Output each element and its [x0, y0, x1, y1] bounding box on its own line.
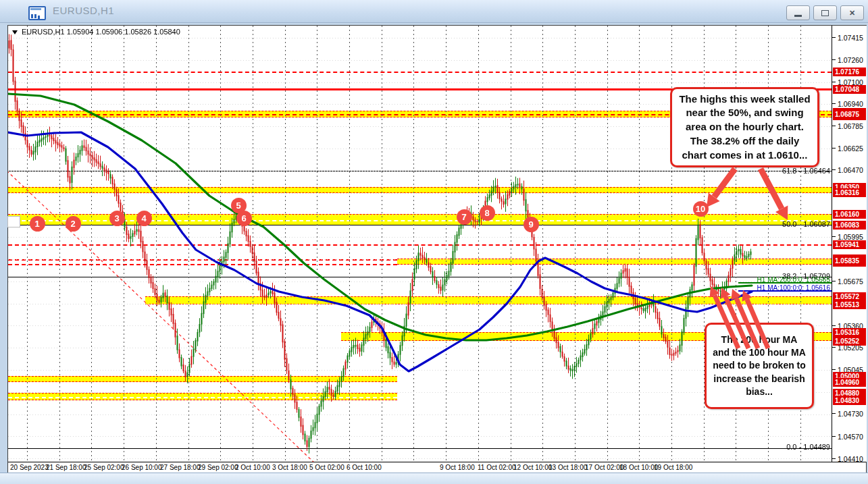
- ma200-value-line: [738, 282, 832, 284]
- symbol-label: EURUSD,H1: [22, 28, 65, 36]
- price-level-badge: 1.05835: [833, 254, 866, 267]
- date-label: 29 Sep 02:00: [198, 464, 238, 471]
- window-controls: ✕: [786, 5, 864, 20]
- marker-circle-6: 6: [236, 211, 252, 226]
- price-level-badge: 1.07048: [833, 85, 866, 94]
- price-level-badge: 1.05513: [833, 300, 866, 309]
- callout-highs-text: The highs this week stalled near the 50%…: [678, 92, 812, 162]
- price-level-badge: 1.06316: [833, 188, 866, 197]
- date-label: 2 Oct 10:00: [235, 464, 270, 471]
- minimize-button[interactable]: [786, 5, 810, 20]
- callout-highs: The highs this week stalled near the 50%…: [670, 87, 819, 167]
- callout-ma: The 200 hour MA and the 100 hour MA need…: [705, 323, 814, 409]
- ma100-value-line: [738, 290, 832, 292]
- window-titlebar: EURUSD,H1 ✕: [0, 0, 868, 23]
- application-window: EURUSD,H1 ✕ EURUSD,H1 1.05904 1.05906 1.…: [0, 0, 868, 484]
- y-axis-tick-label: 1.07260: [838, 56, 863, 64]
- marker-circle-9: 9: [524, 217, 539, 232]
- restore-button[interactable]: [813, 5, 837, 20]
- price-level-badge: 1.06160: [833, 210, 866, 219]
- axis-separator: [832, 26, 832, 462]
- restore-icon: [821, 10, 829, 16]
- price-level-badge: 1.06875: [833, 108, 866, 120]
- date-label: 18 Oct 10:00: [619, 464, 658, 471]
- date-label: 20 Sep 2023: [10, 464, 49, 471]
- minimize-icon: [794, 15, 802, 17]
- date-label: 12 Oct 10:00: [513, 464, 552, 471]
- date-label: 5 Oct 02:00: [309, 464, 344, 471]
- price-level-badge: 1.05252: [833, 337, 866, 346]
- marker-circle-4: 4: [136, 211, 152, 226]
- date-label: 26 Sep 10:00: [122, 464, 162, 471]
- price-axis: 1.074151.072601.071001.069401.067851.066…: [832, 26, 867, 462]
- date-label: 25 Sep 02:00: [84, 464, 124, 471]
- date-label: 9 Oct 18:00: [440, 464, 475, 471]
- y-axis-tick-label: 1.06470: [838, 166, 863, 174]
- date-label: 17 Oct 02:00: [585, 464, 623, 471]
- ohlc-values: 1.05904 1.05906 1.05826 1.05840: [67, 28, 180, 36]
- price-level-badge: 1.05316: [833, 328, 866, 337]
- marker-circle-1: 1: [30, 216, 45, 232]
- y-axis-tick-label: 1.06940: [838, 100, 863, 108]
- marker-circle-10: 10: [693, 201, 709, 217]
- close-icon: ✕: [849, 9, 855, 18]
- date-axis: 20 Sep 202321 Sep 18:0025 Sep 02:0026 Se…: [8, 462, 866, 473]
- date-label: 6 Oct 10:00: [347, 464, 382, 471]
- y-axis-tick-label: 1.07415: [838, 34, 863, 42]
- status-bar: [0, 473, 868, 484]
- y-axis-tick-label: 1.06625: [838, 144, 863, 153]
- y-axis-tick-label: 1.06785: [838, 122, 863, 130]
- callout-ma-text: The 200 hour MA and the 100 hour MA need…: [712, 333, 807, 399]
- marker-circle-2: 2: [66, 216, 81, 232]
- date-label: 13 Oct 18:00: [548, 464, 587, 471]
- price-level-badge: 1.04830: [833, 396, 866, 405]
- chart-window-icon: [28, 6, 46, 20]
- marker-circle-7: 7: [457, 209, 472, 225]
- y-axis-tick-label: 1.05675: [838, 277, 863, 286]
- marker-circle-3: 3: [109, 211, 125, 226]
- close-button[interactable]: ✕: [840, 5, 864, 20]
- chart-header: EURUSD,H1 1.05904 1.05906 1.05826 1.0584…: [12, 28, 180, 36]
- date-label: 11 Oct 02:00: [478, 464, 516, 471]
- marker-circle-8: 8: [480, 205, 495, 221]
- fib-level-label: 50.0 - 1.06087: [782, 220, 830, 228]
- fib-level-label: 61.8 - 1.06464: [782, 167, 830, 175]
- y-axis-tick-label: 1.04570: [838, 433, 863, 441]
- blank-label-box: [7, 216, 20, 227]
- price-level-badge: 1.05941: [833, 240, 866, 249]
- price-level-badge: 1.06083: [833, 221, 866, 230]
- header-arrow-icon[interactable]: [12, 30, 18, 34]
- y-axis-tick-label: 1.04730: [838, 410, 863, 418]
- window-title: EURUSD,H1: [53, 5, 114, 16]
- date-label: 27 Sep 18:00: [160, 464, 201, 471]
- price-level-badge: 1.04960: [833, 378, 866, 387]
- date-label: 21 Sep 18:00: [46, 464, 86, 471]
- date-label: 3 Oct 18:00: [272, 464, 307, 471]
- price-level-badge: 1.07176: [833, 68, 866, 76]
- date-label: 19 Oct 18:00: [654, 464, 692, 471]
- fib-level-label: 0.0 - 1.04489: [786, 443, 830, 451]
